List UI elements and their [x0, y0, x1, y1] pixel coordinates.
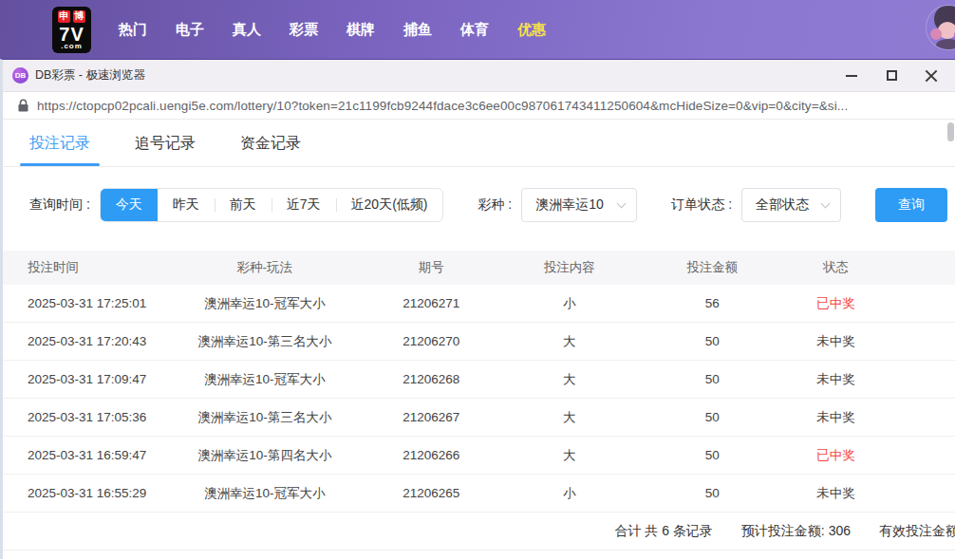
cell-game-play: 澳洲幸运10-第三名大小	[165, 409, 365, 426]
minimize-button[interactable]	[832, 60, 871, 91]
col-bet-amount: 投注金额	[641, 259, 783, 276]
menu-item-fishing[interactable]: 捕鱼	[389, 21, 446, 39]
close-button[interactable]	[911, 60, 951, 91]
lock-icon	[18, 99, 28, 112]
screen: 申 博 7V .com 热门 电子 真人 彩票 棋牌 捕鱼 体育 优惠	[0, 0, 955, 560]
browser-tab-icon: DB	[12, 67, 28, 84]
col-game-play: 彩种-玩法	[165, 259, 365, 276]
cell-game-play: 澳洲幸运10-第四名大小	[165, 447, 365, 464]
cell-bet-time: 2025-03-31 16:55:29	[3, 486, 165, 500]
bet-records-table: 投注时间 彩种-玩法 期号 投注内容 投注金额 状态 2025-03-31 17…	[3, 251, 955, 513]
cell-bet-content: 大	[498, 447, 641, 464]
cell-bet-amount: 56	[641, 296, 783, 310]
time-option-20days[interactable]: 近20天(低频)	[336, 188, 443, 222]
cell-bet-time: 2025-03-31 17:05:36	[3, 410, 165, 424]
cell-status: 已中奖	[783, 295, 888, 312]
summary-valid-amount-label: 有效投注金额	[879, 523, 955, 540]
search-button[interactable]: 查询	[875, 188, 947, 222]
table-row: 2025-03-31 17:25:01 澳洲幸运10-冠军大小 21206271…	[3, 285, 955, 323]
time-option-today[interactable]: 今天	[101, 188, 158, 222]
cell-bet-content: 小	[498, 295, 641, 312]
cell-status: 未中奖	[783, 371, 888, 388]
scrollbar-thumb[interactable]	[947, 122, 954, 141]
cell-game-play: 澳洲幸运10-冠军大小	[165, 371, 365, 388]
chevron-down-icon	[617, 198, 627, 208]
cell-game-play: 澳洲幸运10-冠军大小	[165, 485, 365, 502]
tab-fund-records[interactable]: 资金记录	[240, 134, 301, 166]
cell-issue: 21206271	[365, 296, 497, 310]
cell-bet-amount: 50	[641, 372, 783, 386]
cell-bet-amount: 50	[641, 448, 783, 462]
menu-item-live[interactable]: 真人	[218, 21, 275, 39]
cell-status: 未中奖	[783, 485, 888, 502]
table-row: 2025-03-31 17:05:36 澳洲幸运10-第三名大小 2120626…	[3, 399, 955, 437]
table-row: 2025-03-31 16:59:47 澳洲幸运10-第四名大小 2120626…	[3, 437, 955, 475]
cell-issue: 21206266	[365, 448, 497, 462]
site-logo[interactable]: 申 博 7V .com	[52, 7, 91, 53]
cell-issue: 21206270	[365, 334, 497, 348]
order-status-select[interactable]: 全部状态	[741, 188, 841, 222]
cell-bet-time: 2025-03-31 16:59:47	[3, 448, 165, 462]
time-filter-label: 查询时间 :	[29, 196, 90, 214]
cell-issue: 21206265	[365, 486, 497, 500]
menu-item-lottery[interactable]: 彩票	[275, 21, 332, 39]
maximize-icon	[887, 70, 897, 81]
summary-total-records: 合计 共 6 条记录	[614, 523, 712, 540]
tab-bet-records[interactable]: 投注记录	[29, 134, 90, 166]
cell-bet-amount: 50	[641, 410, 783, 424]
time-option-7days[interactable]: 近7天	[272, 188, 336, 222]
url-bar[interactable]: https://ctopcp02pcali.uengi5e.com/lotter…	[3, 91, 955, 120]
table-row: 2025-03-31 17:09:47 澳洲幸运10-冠军大小 21206268…	[3, 361, 955, 399]
logo-badge-1: 申	[58, 10, 70, 23]
cell-status: 未中奖	[783, 333, 888, 350]
col-bet-time: 投注时间	[3, 259, 165, 276]
col-status: 状态	[783, 259, 888, 276]
page-content: 投注记录 追号记录 资金记录 查询时间 : 今天 昨天 前天 近7天 近20天(…	[3, 120, 955, 559]
lottery-select-value: 澳洲幸运10	[535, 196, 604, 214]
menu-item-electronic[interactable]: 电子	[161, 21, 218, 39]
cell-bet-time: 2025-03-31 17:25:01	[3, 296, 165, 310]
cell-status: 已中奖	[783, 447, 888, 464]
summary-bar: 合计 共 6 条记录 预计投注金额: 306 有效投注金额	[3, 513, 955, 551]
logo-badge-2: 博	[73, 10, 85, 23]
logo-sub-text: .com	[61, 43, 83, 50]
site-menu: 热门 电子 真人 彩票 棋牌 捕鱼 体育 优惠	[104, 21, 560, 39]
tab-chase-records[interactable]: 追号记录	[135, 134, 196, 166]
user-avatar[interactable]	[927, 6, 955, 49]
table-row: 2025-03-31 16:55:29 澳洲幸运10-冠军大小 21206265…	[3, 475, 955, 513]
filter-bar: 查询时间 : 今天 昨天 前天 近7天 近20天(低频) 彩种 : 澳洲幸运10…	[3, 188, 955, 222]
chevron-down-icon	[821, 198, 831, 208]
record-tabs: 投注记录 追号记录 资金记录	[3, 120, 955, 167]
table-row: 2025-03-31 17:20:43 澳洲幸运10-第三名大小 2120627…	[3, 323, 955, 361]
avatar-image	[927, 6, 955, 49]
browser-window: DB DB彩票 - 极速浏览器 https://ctopcp02pcali.ue…	[0, 59, 955, 559]
cell-bet-content: 大	[498, 333, 641, 350]
col-issue: 期号	[365, 259, 497, 276]
cell-bet-content: 大	[498, 371, 641, 388]
browser-titlebar[interactable]: DB DB彩票 - 极速浏览器	[3, 60, 955, 91]
site-nav: 申 博 7V .com 热门 电子 真人 彩票 棋牌 捕鱼 体育 优惠	[0, 0, 955, 59]
minimize-icon	[846, 75, 857, 77]
cell-status: 未中奖	[783, 409, 888, 426]
time-option-daybefore[interactable]: 前天	[215, 188, 272, 222]
lottery-select[interactable]: 澳洲幸运10	[521, 188, 637, 222]
menu-item-promo[interactable]: 优惠	[503, 21, 560, 39]
summary-expected-amount: 预计投注金额: 306	[741, 523, 851, 540]
time-range-group: 今天 昨天 前天 近7天 近20天(低频)	[100, 188, 444, 222]
menu-item-chess[interactable]: 棋牌	[332, 21, 389, 39]
cell-issue: 21206267	[365, 410, 497, 424]
cell-bet-time: 2025-03-31 17:09:47	[3, 372, 165, 386]
maximize-button[interactable]	[871, 60, 911, 91]
cell-game-play: 澳洲幸运10-第三名大小	[165, 333, 365, 350]
cell-bet-amount: 50	[641, 486, 783, 500]
url-text[interactable]: https://ctopcp02pcali.uengi5e.com/lotter…	[37, 99, 848, 113]
cell-bet-amount: 50	[641, 334, 783, 348]
menu-item-sports[interactable]: 体育	[446, 21, 503, 39]
order-status-select-value: 全部状态	[756, 196, 809, 214]
window-controls	[832, 60, 951, 91]
time-option-yesterday[interactable]: 昨天	[158, 188, 215, 222]
cell-bet-content: 小	[498, 485, 641, 502]
cell-bet-content: 大	[498, 409, 641, 426]
menu-item-hot[interactable]: 热门	[104, 21, 161, 39]
cell-game-play: 澳洲幸运10-冠军大小	[165, 295, 365, 312]
